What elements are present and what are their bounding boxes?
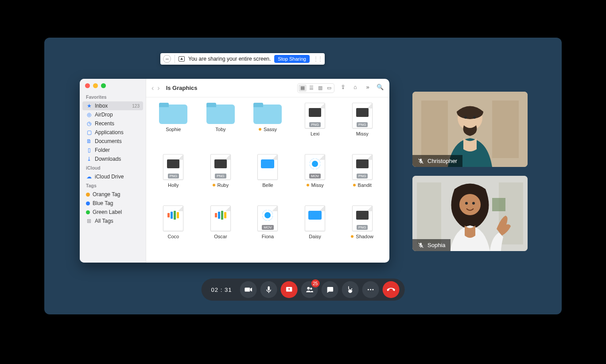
svg-point-19 — [307, 287, 310, 290]
finder-sidebar: Favorites ★ Inbox 123 ◎ AirDrop ◷ Recent… — [80, 79, 146, 263]
file-name: Coco — [167, 234, 179, 239]
file-item[interactable]: Coco — [151, 205, 196, 254]
mic-muted-icon — [418, 242, 424, 248]
file-name: Sassy — [264, 127, 277, 132]
file-item[interactable]: PNG Holly — [151, 154, 196, 203]
search-button[interactable]: 🔍 — [376, 83, 384, 91]
sidebar-label: Inbox — [95, 103, 108, 109]
share-screen-button[interactable] — [280, 281, 297, 298]
file-item[interactable]: Oscar — [198, 205, 244, 254]
participants-button[interactable]: 25 — [301, 281, 318, 298]
file-name: Holly — [168, 182, 179, 188]
close-window-button[interactable] — [85, 83, 90, 88]
maximize-window-button[interactable] — [101, 83, 106, 88]
file-item[interactable]: Belle — [245, 154, 291, 203]
stop-sharing-button[interactable]: Stop Sharing — [274, 55, 310, 63]
mov-file-icon: MOV — [257, 205, 278, 231]
reactions-button[interactable] — [342, 281, 358, 298]
column-view-button[interactable]: ▥ — [316, 85, 324, 92]
forward-button[interactable]: › — [157, 84, 159, 92]
file-name: Missy — [356, 131, 369, 136]
sidebar-item-folder[interactable]: ▯ Folder — [80, 146, 146, 155]
file-name: Fiona — [262, 234, 274, 239]
svg-point-23 — [372, 289, 373, 290]
sidebar-item-inbox[interactable]: ★ Inbox 123 — [82, 101, 143, 110]
file-item[interactable]: Sophie — [151, 103, 196, 151]
participant-name: Sophia — [427, 242, 445, 248]
file-item[interactable]: MOV Fiona — [245, 205, 291, 254]
participant-tile[interactable]: Christopher — [412, 92, 528, 167]
folder-icon: ▯ — [86, 147, 92, 153]
file-item[interactable]: PNG Bandit — [339, 154, 385, 203]
tags-button[interactable]: ⌂ — [351, 83, 359, 91]
window-controls — [80, 83, 146, 93]
file-name: Bandit — [358, 182, 372, 188]
sidebar-item-downloads[interactable]: ⤓ Downloads — [80, 155, 146, 163]
participants-panel: Christopher — [412, 92, 528, 251]
nav-buttons: ‹ › — [152, 84, 160, 92]
file-item[interactable]: PNG Missy — [339, 103, 385, 151]
svg-rect-12 — [492, 198, 505, 211]
icloud-heading: iCloud — [80, 163, 146, 172]
folder-icon — [253, 103, 282, 124]
sidebar-item-orange-tag[interactable]: Orange Tag — [80, 190, 146, 199]
sidebar-item-applications[interactable]: ▢ Applications — [80, 128, 146, 137]
png-file-icon: PNG — [163, 154, 183, 180]
sidebar-item-documents[interactable]: 🗎 Documents — [80, 137, 146, 146]
chat-button[interactable] — [321, 281, 338, 298]
microphone-button[interactable] — [260, 281, 277, 298]
tag-flag-icon — [213, 184, 215, 186]
collapse-button[interactable]: − — [163, 55, 171, 63]
sidebar-item-icloud-drive[interactable]: ☁ iCloud Drive — [80, 172, 146, 181]
png-file-icon: PNG — [305, 103, 325, 128]
participant-label: Christopher — [412, 155, 462, 167]
favorites-heading: Favorites — [80, 93, 146, 101]
svg-point-6 — [473, 116, 476, 119]
minimize-window-button[interactable] — [93, 83, 98, 88]
camera-button[interactable] — [240, 281, 256, 298]
finder-title: ls Graphics — [166, 85, 198, 91]
list-view-button[interactable]: ☰ — [307, 85, 315, 92]
sidebar-item-recents[interactable]: ◷ Recents — [80, 119, 146, 128]
icon-view-button[interactable]: ▦ — [299, 85, 307, 92]
file-item[interactable]: PNG Shadow — [339, 205, 385, 254]
toolbar-icons: ▦ ☰ ▥ ▭ ⇪ ⌂ » 🔍 — [297, 83, 384, 93]
svg-rect-10 — [417, 182, 441, 244]
svg-point-21 — [368, 289, 369, 290]
gallery-view-button[interactable]: ▭ — [325, 85, 333, 92]
sidebar-item-all-tags[interactable]: ⊞ All Tags — [80, 217, 146, 225]
sidebar-item-green-label[interactable]: Green Label — [80, 208, 146, 217]
back-button[interactable]: ‹ — [152, 84, 154, 92]
sidebar-item-blue-tag[interactable]: Blue Tag — [80, 199, 146, 208]
finder-toolbar: ‹ › ls Graphics ▦ ☰ ▥ ▭ ⇪ ⌂ » 🔍 — [146, 79, 389, 97]
file-name: Oscar — [214, 234, 227, 239]
share-button[interactable]: ⇪ — [339, 83, 347, 91]
call-timer: 02 : 31 — [207, 287, 237, 293]
tag-flag-icon — [351, 235, 354, 238]
share-notification-bar: − You are sharing your entire screen. St… — [160, 53, 325, 65]
svg-point-13 — [459, 194, 481, 215]
file-item[interactable]: Toby — [198, 103, 244, 151]
svg-point-20 — [310, 288, 312, 290]
green-dot-icon — [86, 210, 90, 214]
more-options-button[interactable] — [362, 281, 379, 298]
mic-muted-icon — [418, 158, 424, 164]
more-button[interactable]: » — [364, 83, 372, 91]
sidebar-label: iCloud Drive — [95, 174, 124, 180]
file-name: Shadow — [356, 234, 373, 239]
share-message: You are sharing your entire screen. — [188, 56, 271, 62]
participant-tile[interactable]: Sophia — [412, 176, 528, 251]
finder-main: ‹ › ls Graphics ▦ ☰ ▥ ▭ ⇪ ⌂ » 🔍 — [146, 79, 389, 263]
svg-rect-7 — [420, 162, 421, 163]
file-item[interactable]: MOV Missy — [292, 154, 338, 203]
drag-grip-icon[interactable]: ⋮⋮ — [313, 56, 322, 62]
file-item[interactable]: PNG Lexi — [292, 103, 338, 151]
app-icon: ▢ — [86, 129, 92, 136]
sidebar-item-airdrop[interactable]: ◎ AirDrop — [80, 110, 146, 119]
airdrop-icon: ◎ — [86, 112, 92, 118]
cloud-icon: ☁ — [86, 174, 92, 180]
file-item[interactable]: PNG Ruby — [198, 154, 244, 203]
file-item[interactable]: Daisy — [292, 205, 338, 254]
end-call-button[interactable] — [382, 281, 399, 298]
file-item[interactable]: Sassy — [245, 103, 291, 151]
